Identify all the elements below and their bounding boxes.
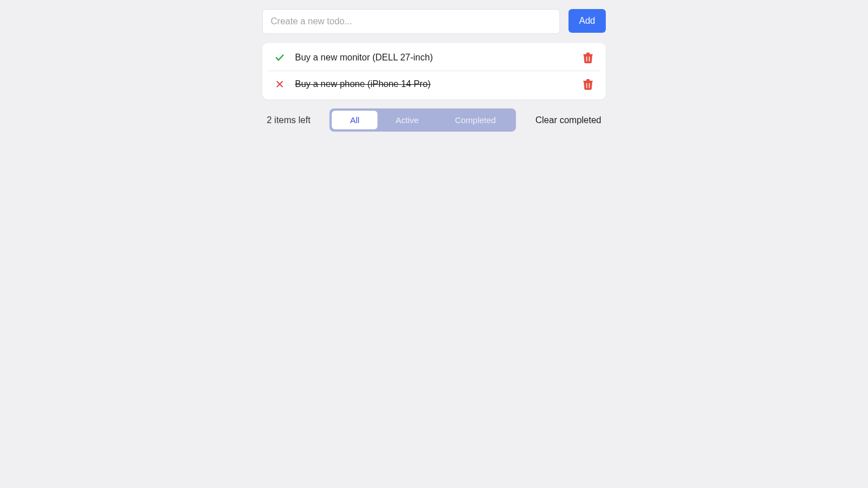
filter-active-button[interactable]: Active [377,111,437,129]
filter-group: All Active Completed [329,108,516,132]
trash-icon[interactable] [582,52,593,63]
footer: 2 items left All Active Completed Clear … [262,108,606,132]
svg-rect-2 [589,56,590,62]
svg-rect-5 [583,81,593,82]
add-button[interactable]: Add [568,9,606,33]
svg-rect-1 [586,56,587,62]
svg-rect-7 [589,83,590,88]
todo-list: Buy a new monitor (DELL 27-inch) Buy a n… [262,43,606,99]
svg-rect-6 [586,83,587,88]
input-row: Add [262,9,606,34]
filter-completed-button[interactable]: Completed [437,111,514,129]
new-todo-input[interactable] [262,9,560,34]
todo-text: Buy a new monitor (DELL 27-inch) [295,53,572,63]
todo-item: Buy a new phone (iPhone 14 Pro) [268,71,600,99]
filter-all-button[interactable]: All [332,111,377,129]
check-icon[interactable] [275,53,285,63]
todo-text: Buy a new phone (iPhone 14 Pro) [295,79,572,89]
clear-completed-button[interactable]: Clear completed [536,115,602,125]
trash-icon[interactable] [582,79,593,90]
svg-rect-0 [583,54,593,55]
cross-icon[interactable] [275,79,285,89]
items-left-label: 2 items left [267,115,310,125]
todo-item: Buy a new monitor (DELL 27-inch) [262,43,606,71]
